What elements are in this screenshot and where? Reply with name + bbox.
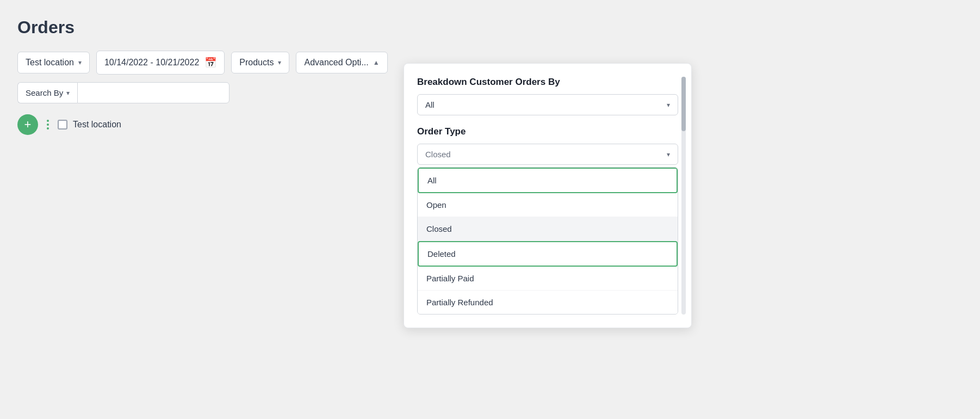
order-type-value: Closed [425,150,451,159]
add-button[interactable]: + [17,114,38,135]
date-range-label: 10/14/2022 - 10/21/2022 [104,58,199,67]
order-type-select[interactable]: Closed ▾ [417,144,678,165]
advanced-chevron-icon: ▲ [373,59,380,66]
breakdown-title: Breakdown Customer Orders By [417,77,678,88]
calendar-icon: 📅 [204,57,216,69]
search-by-label: Search By [26,88,63,97]
scrollbar-track [681,77,686,315]
date-range-picker[interactable]: 10/14/2022 - 10/21/2022 📅 [96,51,225,75]
add-icon: + [24,118,32,132]
products-label: Products [239,58,274,67]
page-title: Orders [17,17,963,38]
row-options-icon[interactable] [45,118,51,132]
dropdown-item[interactable]: Closed [418,217,678,241]
location-label: Test location [26,58,74,67]
dropdown-item[interactable]: Partially Paid [418,267,678,291]
scrollbar-thumb[interactable] [681,77,686,131]
search-by-dropdown[interactable]: Search By ▾ [17,82,77,103]
order-type-section: Order Type Closed ▾ AllOpenClosedDeleted… [417,126,678,315]
location-row: Test location [58,120,121,130]
order-type-chevron-icon: ▾ [667,151,670,158]
order-type-dropdown-list: AllOpenClosedDeletedPartially PaidPartia… [417,167,678,315]
dropdown-item[interactable]: Deleted [418,241,678,267]
search-by-chevron-icon: ▾ [66,89,70,97]
dropdown-item[interactable]: All [418,168,678,193]
order-type-title: Order Type [417,126,678,137]
location-checkbox[interactable] [58,120,67,130]
products-chevron-icon: ▾ [278,59,281,66]
advanced-label: Advanced Opti... [304,58,368,67]
dropdown-item[interactable]: Open [418,193,678,217]
advanced-options-button[interactable]: Advanced Opti... ▲ [296,52,387,73]
location-chevron-icon: ▾ [78,59,82,66]
dropdown-item[interactable]: Partially Refunded [418,291,678,314]
products-dropdown[interactable]: Products ▾ [231,52,289,73]
breakdown-select[interactable]: All ▾ [417,94,678,115]
breakdown-chevron-icon: ▾ [667,101,670,109]
breakdown-value: All [425,100,435,109]
location-row-label: Test location [73,120,121,130]
search-input[interactable] [77,82,230,103]
location-dropdown[interactable]: Test location ▾ [17,52,90,73]
advanced-options-panel: Breakdown Customer Orders By All ▾ Order… [404,63,692,328]
